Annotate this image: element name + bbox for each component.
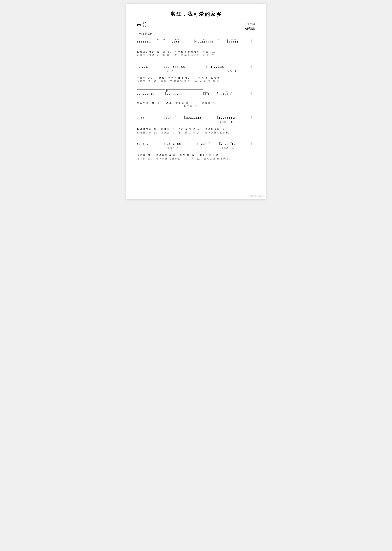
- composer-label: 朝乐蒙曲: [245, 26, 255, 31]
- svg-text:3 2 3 5: 3 2 3 5: [222, 147, 228, 149]
- svg-text:3 . 4 5 1 2 1 6 6: 3 . 4 5 1 2 1 6 6: [164, 142, 181, 145]
- tempo-marking: ♩= 58 柔美地: [137, 32, 255, 35]
- lyrics-line1-section5: 海 鸥 翱 翔， 那 里 四 季 如 春， 瓜 果 飘 香。 那 里 绿 草 如…: [137, 153, 255, 157]
- lyrics-line2-section1: 在 祖 国 大 陆 的 最 南 端， 有 一 座 年 轻 的 城 市 叫 湛 江…: [137, 54, 255, 57]
- svg-text:2.: 2.: [167, 90, 168, 92]
- svg-text:2 2 3 2 2 2 3 6 1 —: 2 2 3 2 2 2 3 6 1 —: [137, 92, 158, 95]
- svg-text:3): 3): [230, 121, 232, 123]
- svg-text:(: (: [218, 121, 219, 123]
- svg-text:2 2 2 3  2 1 1  1 6 6: 2 2 2 3 2 1 1 1 6 6: [164, 65, 185, 68]
- music-svg-line5: 4 6 5 4 3 2 — 3 . 4 5 1 2 1 6 6 7 1 2 3 …: [137, 140, 255, 152]
- svg-text:1 —: 1 —: [208, 92, 213, 95]
- author-info: 张 勉词 朝乐蒙曲: [245, 22, 255, 31]
- svg-text:2 2 3 3 3 2 3 1 —: 2 2 3 3 3 2 3 1 —: [167, 92, 186, 95]
- svg-text:5 3
              5  
        : 5 3 5 6 5 3 . 3: [137, 40, 152, 43]
- svg-text:3 5 6 1 2 3 3  3: 3 5 6 1 2 3 3 3: [218, 116, 235, 119]
- svg-text:7 5 3 —: 7 5 3 —: [168, 116, 177, 119]
- time-signature-primary: 4 4: [143, 22, 144, 28]
- lyrics-line1-section2: 千 百 年 来， 她 像 一 位 淳 朴 的 少 女， 玉 立 在 半 岛 那 …: [137, 76, 255, 80]
- svg-text:i: i: [223, 142, 223, 145]
- watermark: 电吉他谱网 jita.cn: [249, 195, 263, 197]
- svg-text:i: i: [223, 92, 224, 95]
- svg-text:5  6 1  6 5  3 3 5: 5 6 1 6 5 3 3 5: [206, 65, 224, 68]
- svg-text:5): 5): [232, 147, 234, 149]
- svg-text:1.: 1.: [137, 90, 139, 92]
- svg-text:6 5 4 4 5 5 —: 6 5 4 4 5 5 —: [137, 116, 152, 119]
- author-label: 张 勉词: [245, 22, 255, 26]
- svg-text:6 1  1  2 2 3 5 5 6: 6 1 1 2 2 3 5 5 6: [195, 40, 213, 43]
- svg-text:): ): [177, 147, 178, 149]
- music-svg-line2: 3 2 5 6 5 — 2 2 2 3 2 1 1 1 6 6 5 6 1 6 …: [137, 63, 255, 75]
- key-time-info: 1=F 4 4 2 4: [137, 22, 147, 28]
- svg-text:2: 2: [205, 90, 206, 92]
- svg-text:(: (: [228, 70, 229, 72]
- svg-text:4: 4: [205, 93, 206, 95]
- svg-text:(: (: [166, 70, 166, 72]
- lyrics-line2-section5: 港 口 繁 忙， 如 今 那 里 高 楼 林 立， 马 路 宽 敞。 如 今 那…: [137, 157, 255, 160]
- meta-row: 1=F 4 4 2 4 张 勉词 朝乐蒙曲: [137, 22, 255, 31]
- svg-text:5: 5: [220, 142, 222, 145]
- svg-text:): ): [174, 70, 174, 72]
- lyrics-line2-section4: 我 可 爱 的 家 乡。 湛 江 湛 江 我 可 爱 的 家 乡。 如 今 那 …: [137, 131, 255, 134]
- svg-text:(: (: [165, 147, 165, 149]
- svg-text:7 1 2 3 1 —: 7 1 2 3 1 —: [197, 142, 210, 145]
- svg-text:2 3 3 3: 2 3 3 3: [220, 121, 226, 123]
- svg-text:5: 5: [164, 116, 165, 119]
- svg-text:7 5  3  —: 7 5 3 —: [225, 92, 235, 95]
- svg-text:4 6 5 4 3 2 —: 4 6 5 4 3 2 —: [137, 142, 152, 145]
- svg-text:4 5 6 5 5 4 3 2 —: 4 5 6 5 5 4 3 2 —: [185, 116, 204, 119]
- svg-text:3: 3: [235, 70, 236, 72]
- lyrics-line1-section4: 我 可 爱 的 家 乡。 湛 江 湛 江 我 可 爱 的 家 乡。 那 里 碧 …: [137, 128, 255, 131]
- lyrics-line2-section2: 改 革 开 放， 给 她 插 上 了 青 春 的 翅 膀， 自 由 地 飞 翔 …: [137, 80, 255, 83]
- score-section-1: 5 3 5 6 5 3 . 3 2 3 6 5 — 6 1 1 2: [137, 38, 255, 57]
- lyrics-line2-section3: 湛 江 湛 江，: [137, 105, 255, 108]
- svg-text:i: i: [166, 116, 167, 119]
- svg-text:3.: 3.: [230, 70, 232, 72]
- svg-text:7 5 3  3  3: 7 5 3 3 3: [225, 142, 236, 145]
- svg-text:2  3 6  5  —: 2 3 6 5 —: [172, 40, 183, 43]
- time-signature-secondary: 2 4: [145, 22, 147, 28]
- svg-text:3 2  5 6  5  —: 3 2 5 6 5 —: [137, 65, 152, 68]
- score-section-2: 3 2 5 6 5 — 2 2 2 3 2 1 1 1 6 6 5 6 1 6 …: [137, 63, 255, 83]
- music-svg-line4: 6 5 4 4 5 5 — 5 · i 7 5 3 —: [137, 114, 255, 126]
- score-section-4: 6 5 4 4 5 5 — 5 · i 7 5 3 —: [137, 114, 255, 134]
- music-svg-line3: 1. 2 2 3 2 2 2 3 6 1 — 2. 2 2 3 3 3 2 3 …: [137, 88, 255, 100]
- svg-text:5: 5: [221, 92, 222, 95]
- lyrics-line1-section3: 神 奇 的 红 土 地 上。 改 革 开 放 最 前 方。 湛 江 湛 江，: [137, 101, 255, 105]
- lyrics-line1-section1: 在 祖 国 大 陆 的 最 南 端， 有 一 座 古 老 的 城 市 叫 湛 江…: [137, 50, 255, 54]
- score-section-3: 1. 2 2 3 2 2 2 3 6 1 — 2. 2 2 3 3 3 2 3 …: [137, 88, 255, 108]
- svg-text:(: (: [220, 147, 221, 149]
- svg-text:§: §: [217, 92, 218, 95]
- svg-text:5.: 5.: [167, 70, 169, 72]
- score-section-5: 4 6 5 4 3 2 — 3 . 4 5 1 2 1 6 6 7 1 2 3 …: [137, 140, 255, 160]
- page-title: 湛江，我可爱的家乡: [137, 11, 255, 18]
- music-svg-line1: 5 3 5 6 5 3 . 3 2 3 6 5 — 6 1 1 2: [137, 38, 255, 49]
- page: 湛江，我可爱的家乡 1=F 4 4 2 4 张 勉词 朝乐蒙曲 ♩= 58 柔美…: [126, 4, 266, 199]
- svg-text:): ): [237, 70, 237, 72]
- full-score: 5 3 5 6 5 3 . 3 2 3 6 5 — 6 1 1 2: [137, 38, 255, 160]
- svg-text:2 2 1 6 6: 2 2 1 6 6: [167, 147, 174, 149]
- key-signature: 1=F: [137, 23, 142, 27]
- svg-text:3: 3: [172, 70, 173, 72]
- svg-text:5  5 3 2  2  —: 5 5 3 2 2 —: [229, 40, 241, 43]
